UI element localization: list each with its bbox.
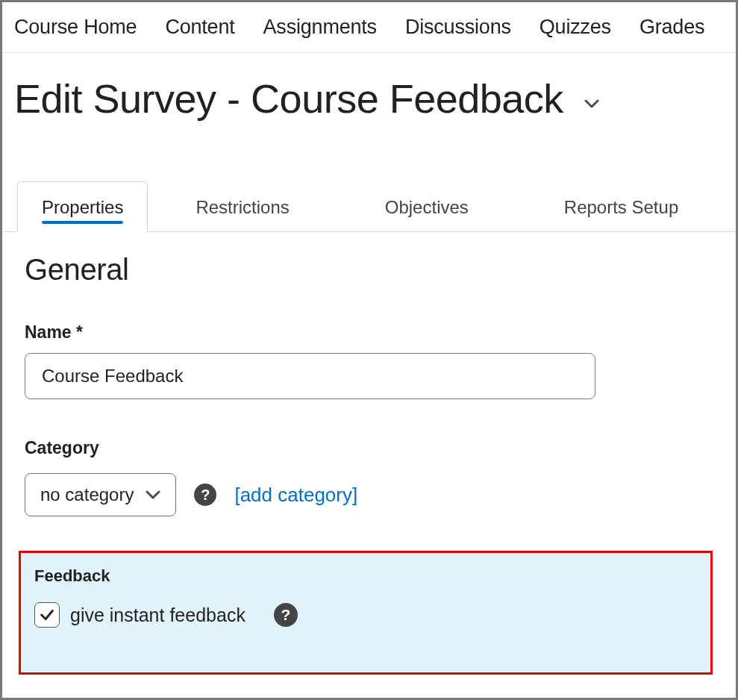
category-select[interactable]: no category bbox=[25, 473, 176, 516]
tab-label: Reports Setup bbox=[564, 197, 678, 217]
category-selected-text: no category bbox=[40, 484, 134, 505]
section-heading-general: General bbox=[25, 253, 713, 287]
page-title: Edit Survey - Course Feedback bbox=[14, 75, 563, 122]
nav-assignments[interactable]: Assignments bbox=[263, 16, 377, 39]
tab-label: Restrictions bbox=[196, 197, 289, 217]
instant-feedback-help-icon[interactable]: ? bbox=[274, 603, 298, 627]
properties-panel: General Name * Category no category ? [a… bbox=[2, 232, 736, 675]
instant-feedback-checkbox[interactable] bbox=[34, 602, 60, 628]
instant-feedback-row: give instant feedback ? bbox=[34, 602, 697, 628]
tab-reports-setup[interactable]: Reports Setup bbox=[540, 182, 702, 231]
category-row: no category ? [add category] bbox=[25, 473, 713, 516]
nav-grades[interactable]: Grades bbox=[640, 16, 704, 39]
tab-label: Objectives bbox=[385, 197, 469, 217]
page-title-row: Edit Survey - Course Feedback bbox=[2, 53, 736, 129]
nav-content[interactable]: Content bbox=[165, 16, 234, 39]
tab-objectives[interactable]: Objectives bbox=[361, 182, 492, 231]
chevron-down-icon bbox=[146, 490, 160, 500]
tab-label: Properties bbox=[42, 197, 123, 217]
add-category-link[interactable]: [add category] bbox=[234, 484, 357, 507]
survey-name-input[interactable] bbox=[25, 353, 595, 399]
course-nav: Course Home Content Assignments Discussi… bbox=[2, 2, 736, 53]
feedback-heading: Feedback bbox=[34, 566, 697, 586]
nav-discussions[interactable]: Discussions bbox=[405, 16, 511, 39]
name-label: Name * bbox=[25, 322, 713, 343]
chevron-down-icon bbox=[584, 99, 599, 109]
tab-properties[interactable]: Properties bbox=[17, 181, 148, 232]
active-tab-underline bbox=[42, 221, 123, 224]
tab-bar: Properties Restrictions Objectives Repor… bbox=[2, 181, 736, 232]
category-help-icon[interactable]: ? bbox=[194, 484, 216, 506]
nav-course-home[interactable]: Course Home bbox=[14, 16, 137, 39]
category-label: Category bbox=[25, 438, 713, 458]
nav-quizzes[interactable]: Quizzes bbox=[540, 16, 611, 39]
checkmark-icon bbox=[39, 607, 55, 623]
instant-feedback-label: give instant feedback bbox=[70, 604, 246, 626]
tab-restrictions[interactable]: Restrictions bbox=[172, 182, 313, 231]
title-actions-dropdown[interactable] bbox=[584, 99, 599, 112]
feedback-section-highlight: Feedback give instant feedback ? bbox=[19, 551, 713, 675]
